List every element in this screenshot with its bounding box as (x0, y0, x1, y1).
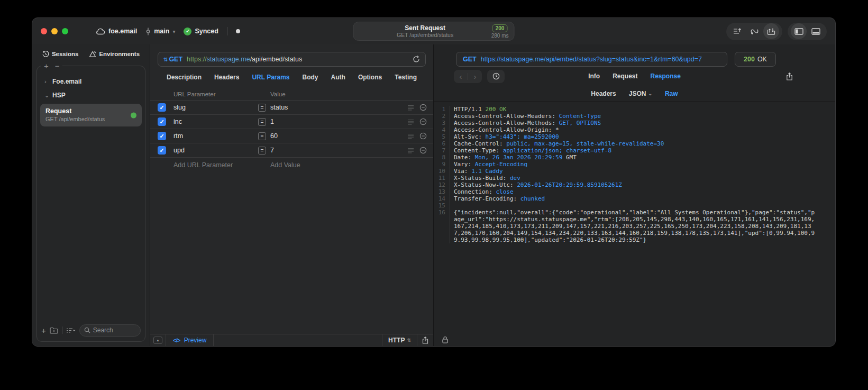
forward-button[interactable]: › (468, 70, 482, 83)
url-path: /api/embed/status (250, 56, 303, 63)
branch-icon (145, 28, 151, 35)
add-url-parameter[interactable]: Add URL Parameter (173, 161, 270, 169)
unsaved-indicator-dot (236, 29, 240, 33)
request-order-icon[interactable] (729, 23, 745, 39)
equals-icon: = (258, 104, 266, 112)
response-line: 8Date: Mon, 26 Jan 2026 20:29:59 GMT (434, 154, 816, 161)
export-response-icon[interactable] (786, 72, 793, 80)
tab-options[interactable]: Options (358, 74, 382, 81)
app-window: foe.email main ▾ ✓ Synced Sent Request G… (32, 17, 836, 347)
tab-body[interactable]: Body (303, 74, 318, 81)
share-icon[interactable] (417, 337, 433, 344)
tree-group-hsp[interactable]: ⌄ HSP (37, 88, 145, 102)
remove-row-icon[interactable] (419, 104, 427, 111)
equals-icon: = (258, 132, 266, 140)
protocol-label: HTTP (388, 337, 405, 344)
param-value-field[interactable]: 60 (270, 132, 407, 140)
request-method[interactable]: GET (169, 56, 182, 63)
response-line: 6Cache-Control: public, max-age=15, stal… (434, 140, 816, 147)
clock-icon (492, 72, 500, 80)
reorder-lines-icon[interactable] (407, 119, 414, 125)
remove-row-icon[interactable] (419, 147, 427, 154)
param-enabled-checkbox[interactable]: ✓ (158, 146, 166, 155)
back-button[interactable]: ‹ (454, 70, 468, 83)
add-value[interactable]: Add Value (270, 161, 300, 169)
search-input[interactable]: Search (79, 324, 141, 337)
reorder-lines-icon[interactable] (407, 133, 414, 139)
project-menu[interactable]: foe.email (96, 28, 137, 35)
param-name-field[interactable]: inc (173, 118, 258, 125)
tab-auth[interactable]: Auth (331, 74, 345, 81)
line-number: 15 (434, 202, 450, 209)
close-window-button[interactable] (41, 28, 47, 34)
sort-list-icon[interactable] (66, 328, 76, 333)
tab-info[interactable]: Info (588, 72, 600, 80)
tree-group-foe-email[interactable]: › Foe.email (37, 75, 145, 88)
subtab-headers[interactable]: Headers (591, 90, 616, 97)
tab-url-params[interactable]: URL Params (252, 74, 289, 81)
check-icon: ✓ (159, 119, 164, 125)
request-list-item[interactable]: Request GET /api/embed/status (40, 104, 142, 126)
reorder-lines-icon[interactable] (407, 148, 414, 153)
branch-selector[interactable]: main ▾ (145, 28, 175, 35)
line-number: 13 (434, 188, 450, 195)
sync-status[interactable]: ✓ Synced (184, 28, 218, 35)
minimize-window-button[interactable] (51, 28, 58, 34)
protocol-selector[interactable]: HTTP ⇅ (382, 337, 417, 344)
request-tree: › Foe.email ⌄ HSP Request GET /api/embed… (37, 66, 145, 126)
param-name-field[interactable]: rtm (173, 132, 258, 140)
line-content: Date: Mon, 26 Jan 2026 20:29:59 GMT (450, 154, 816, 161)
line-content: Connection: close (450, 188, 816, 195)
param-value-field[interactable]: status (270, 104, 407, 111)
column-url-parameter: URL Parameter (173, 91, 270, 97)
response-line: 10Via: 1.1 Caddy (434, 168, 816, 175)
request-url-bar[interactable]: ⇅ GET https://statuspage.me/api/embed/st… (158, 52, 426, 67)
reorder-lines-icon[interactable] (407, 105, 414, 111)
param-value-field[interactable]: 1 (270, 118, 407, 125)
line-content: Access-Control-Allow-Headers: Content-Ty… (450, 113, 816, 120)
tab-testing[interactable]: Testing (395, 74, 417, 81)
remove-row-icon[interactable] (419, 132, 427, 140)
add-session-button[interactable]: + (44, 61, 49, 71)
sync-loop-icon[interactable] (746, 23, 762, 39)
import-export-icon[interactable] (763, 23, 779, 39)
subtab-json[interactable]: JSON⌄ (629, 90, 652, 97)
zoom-window-button[interactable] (62, 28, 68, 34)
response-line: 1HTTP/1.1 200 OK (434, 106, 816, 113)
request-item-subtitle: GET /api/embed/status (45, 115, 136, 123)
remove-row-icon[interactable] (419, 118, 427, 125)
history-clock-button[interactable] (487, 70, 505, 83)
tab-headers[interactable]: Headers (214, 74, 239, 81)
bottom-panel-toggle-icon[interactable] (808, 23, 824, 39)
params-table: ✓slug=status✓inc=1✓rtm=60✓upd=7 (150, 101, 433, 158)
tab-sessions[interactable]: Sessions (42, 51, 79, 58)
tab-environments[interactable]: Environments (89, 51, 140, 58)
new-folder-icon[interactable] (50, 327, 58, 334)
param-name-field[interactable]: upd (173, 147, 258, 154)
refresh-icon[interactable] (413, 56, 420, 63)
add-request-button[interactable]: + (41, 326, 46, 335)
tab-description[interactable]: Description (167, 74, 202, 81)
sent-request-summary[interactable]: Sent Request GET /api/embed/status 200 2… (353, 22, 515, 41)
subtab-raw[interactable]: Raw (665, 90, 678, 97)
raw-response-view[interactable]: 1HTTP/1.1 200 OK2Access-Control-Allow-He… (434, 102, 835, 346)
param-enabled-checkbox[interactable]: ✓ (158, 132, 166, 140)
line-number: 9 (434, 161, 450, 168)
param-name-field[interactable]: slug (173, 104, 258, 111)
tab-response[interactable]: Response (650, 72, 680, 80)
line-number: 11 (434, 175, 450, 182)
expand-panel-button[interactable]: ▲ (153, 337, 162, 344)
line-content: X-Status-Now-Utc: 2026-01-26T20:29:59.85… (450, 182, 816, 188)
lock-icon[interactable] (442, 336, 448, 343)
param-value-field[interactable]: 7 (270, 147, 407, 154)
tab-request[interactable]: Request (613, 72, 637, 80)
param-enabled-checkbox[interactable]: ✓ (158, 103, 166, 112)
preview-button[interactable]: </> Preview (166, 337, 213, 344)
left-panel-toggle-icon[interactable] (791, 23, 807, 39)
add-parameter-row[interactable]: Add URL Parameter Add Value (150, 158, 433, 172)
code-icon: </> (173, 337, 180, 343)
remove-session-button[interactable]: − (55, 61, 60, 71)
line-number: 3 (434, 120, 450, 126)
param-enabled-checkbox[interactable]: ✓ (158, 117, 166, 126)
request-tabs: DescriptionHeadersURL ParamsBodyAuthOpti… (150, 67, 433, 88)
